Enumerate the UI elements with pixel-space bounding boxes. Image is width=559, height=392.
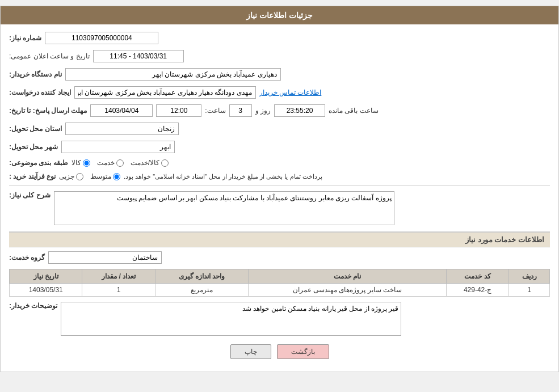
col-qty: تعداد / مقدار	[82, 269, 155, 284]
row-name: ساخت سایر پروژه‌های مهندسی عمران	[249, 284, 447, 297]
services-section-header: اطلاعات خدمات مورد نیاز	[9, 231, 550, 247]
requester-input[interactable]	[74, 86, 256, 99]
general-desc-textarea[interactable]	[54, 191, 394, 225]
announcement-date-input[interactable]	[93, 50, 184, 62]
general-desc-label: شرح کلی نیاز:	[9, 191, 51, 199]
services-table: ردیف کد خدمت نام خدمت واحد اندازه گیری ت…	[9, 269, 550, 297]
purchase-type-radio-group: متوسط جزیی	[59, 172, 120, 180]
category-label: طبقه بندی موضوعی:	[9, 159, 68, 167]
purchase-type-label: نوع فرآیند خرید :	[9, 172, 56, 180]
purchase-type-partial[interactable]: جزیی	[59, 172, 83, 180]
deadline-label: مهلت ارسال پاسخ: تا تاریخ:	[9, 107, 87, 115]
row-qty: 1	[82, 284, 155, 297]
col-name: نام خدمت	[249, 269, 447, 284]
remaining-days-input[interactable]	[229, 104, 252, 117]
row-code: ج-42-429	[446, 284, 509, 297]
need-number-box	[45, 32, 158, 44]
buyer-name-input[interactable]	[65, 68, 281, 81]
row-num: 1	[509, 284, 550, 297]
category-option-khadamat[interactable]: خدمت	[97, 159, 124, 167]
page-header: جزئیات اطلاعات نیاز	[1, 6, 558, 24]
countdown-input[interactable]	[274, 104, 325, 117]
deadline-time-label: ساعت:	[205, 107, 225, 115]
buyer-notes-label: توضیحات خریدار:	[9, 302, 57, 310]
row-date: 1403/05/31	[10, 284, 82, 297]
service-group-label: گروه خدمت:	[9, 254, 45, 262]
category-option-kala-khadamat[interactable]: کالا/خدمت	[131, 159, 169, 167]
col-row: ردیف	[509, 269, 550, 284]
action-buttons: بازگشت چاپ	[9, 338, 550, 366]
deadline-time-input[interactable]	[156, 104, 201, 117]
page-title: جزئیات اطلاعات نیاز	[246, 11, 313, 20]
row-unit: مترمربع	[155, 284, 248, 297]
buyer-notes-textarea[interactable]	[61, 302, 401, 336]
col-code: کد خدمت	[446, 269, 509, 284]
announcement-label: تاریخ و ساعت اعلان عمومی:	[9, 52, 90, 60]
print-button[interactable]: چاپ	[230, 344, 271, 359]
category-radio-group: کالا/خدمت خدمت کالا	[72, 159, 169, 167]
requester-label: ایجاد کننده درخواست:	[9, 88, 71, 96]
province-label: استان محل تحویل:	[9, 125, 62, 133]
city-input[interactable]	[61, 141, 175, 153]
city-label: شهر محل تحویل:	[9, 143, 58, 151]
remaining-time-label: ساعت باقی مانده	[329, 107, 379, 115]
col-date: تاریخ نیاز	[10, 269, 82, 284]
need-number-input[interactable]	[45, 32, 158, 44]
table-row: 1 ج-42-429 ساخت سایر پروژه‌های مهندسی عم…	[10, 284, 550, 297]
category-option-kala[interactable]: کالا	[72, 159, 90, 167]
deadline-date-input[interactable]	[90, 104, 153, 117]
province-input[interactable]	[65, 123, 179, 135]
purchase-note: پرداخت تمام یا بخشی از مبلغ خریدار از مح…	[124, 173, 322, 180]
purchase-type-medium[interactable]: متوسط	[90, 172, 120, 180]
col-unit: واحد اندازه گیری	[155, 269, 248, 284]
need-number-label: شماره نیاز:	[9, 34, 41, 42]
contact-info-link[interactable]: اطلاعات تماس خریدار	[259, 88, 322, 96]
announcement-date-box	[93, 50, 184, 62]
buyer-name-label: نام دستگاه خریدار:	[9, 70, 62, 78]
service-group-input[interactable]	[48, 251, 162, 264]
back-button[interactable]: بازگشت	[277, 344, 329, 359]
remaining-days-label: روز و	[255, 107, 271, 115]
